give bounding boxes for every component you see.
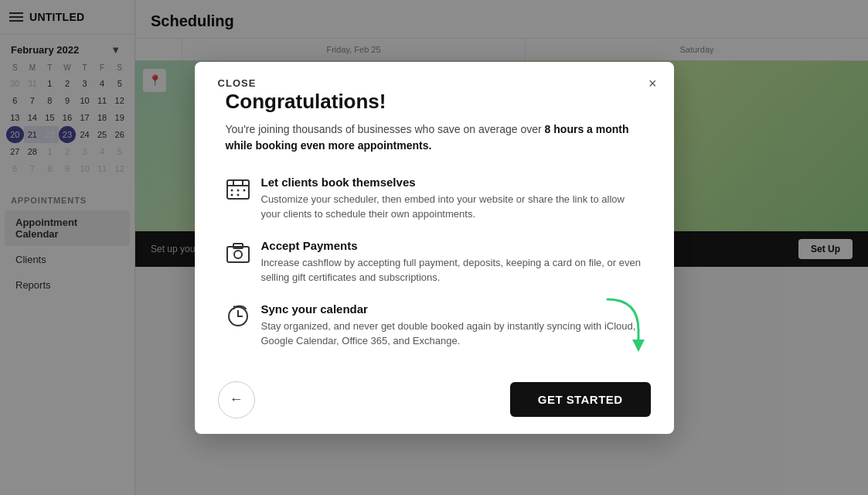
feature-book-desc: Customize your scheduler, then embed int… <box>261 192 643 222</box>
modal-close-x-button[interactable]: × <box>642 73 663 95</box>
arrow-decoration <box>600 292 646 357</box>
calendar-grid-icon <box>226 177 250 202</box>
feature-sync-desc: Stay organized, and never get double boo… <box>261 319 643 349</box>
modal-dialog: CLOSE × Congratulations! You're joining … <box>195 62 674 434</box>
feature-payments-text: Accept Payments Increase cashflow by acc… <box>261 239 643 285</box>
feature-book-text: Let clients book themselves Customize yo… <box>261 176 643 222</box>
svg-point-10 <box>234 251 242 258</box>
sync-icon <box>226 304 250 329</box>
feature-payments: Accept Payments Increase cashflow by acc… <box>226 239 643 285</box>
modal-overlay[interactable]: CLOSE × Congratulations! You're joining … <box>0 0 868 495</box>
get-started-button[interactable]: GET STARTED <box>510 382 651 417</box>
close-x-icon: × <box>648 76 657 92</box>
modal-close-link[interactable]: CLOSE <box>215 74 260 92</box>
camera-icon <box>226 241 250 265</box>
modal-subtitle: You're joining thousands of businesses w… <box>226 121 643 154</box>
feature-payments-title: Accept Payments <box>261 239 643 252</box>
svg-marker-13 <box>632 340 645 352</box>
modal-back-button[interactable]: ← <box>218 381 255 418</box>
feature-sync-title: Sync your calendar <box>261 302 643 316</box>
feature-sync: Sync your calendar Stay organized, and n… <box>226 302 643 349</box>
back-arrow-icon: ← <box>230 391 243 408</box>
modal-title: Congratulations! <box>226 90 643 114</box>
feature-book: Let clients book themselves Customize yo… <box>226 176 643 222</box>
feature-sync-text: Sync your calendar Stay organized, and n… <box>261 302 643 349</box>
feature-book-title: Let clients book themselves <box>261 176 643 189</box>
feature-payments-desc: Increase cashflow by accepting full paym… <box>261 255 643 285</box>
modal-footer: ← GET STARTED <box>195 366 674 434</box>
